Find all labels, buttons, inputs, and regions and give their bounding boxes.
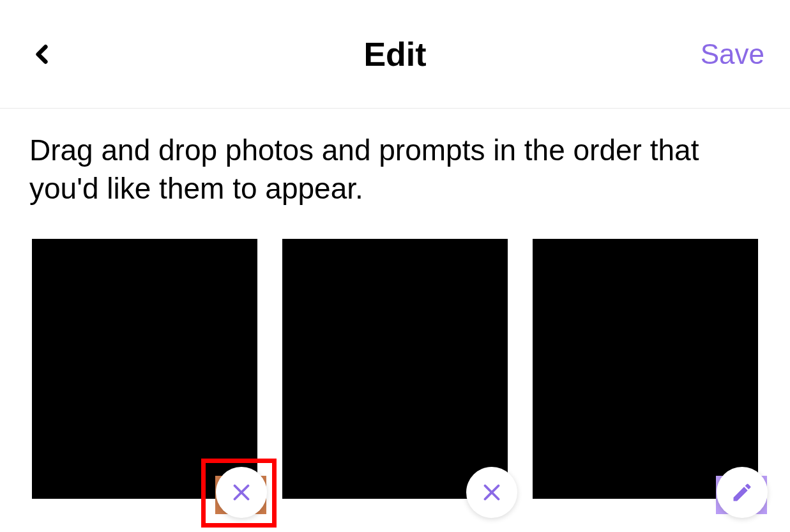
photo-card[interactable] bbox=[32, 239, 257, 499]
save-button[interactable]: Save bbox=[701, 38, 764, 70]
header: Edit Save bbox=[0, 0, 790, 109]
edit-photo-button[interactable] bbox=[717, 467, 768, 518]
page-title: Edit bbox=[363, 35, 426, 73]
instructions-text: Drag and drop photos and prompts in the … bbox=[0, 109, 790, 231]
photo-placeholder bbox=[533, 239, 758, 499]
photo-placeholder bbox=[32, 239, 257, 499]
photo-card[interactable] bbox=[533, 239, 758, 499]
chevron-left-icon bbox=[31, 38, 53, 70]
back-button[interactable] bbox=[26, 38, 57, 70]
remove-photo-button[interactable] bbox=[466, 467, 517, 518]
photo-placeholder bbox=[282, 239, 508, 499]
close-icon bbox=[230, 481, 253, 504]
photo-grid bbox=[0, 231, 790, 499]
close-icon bbox=[480, 481, 503, 504]
remove-photo-button[interactable] bbox=[216, 467, 267, 518]
photo-card[interactable] bbox=[282, 239, 508, 499]
pencil-icon bbox=[731, 481, 754, 504]
